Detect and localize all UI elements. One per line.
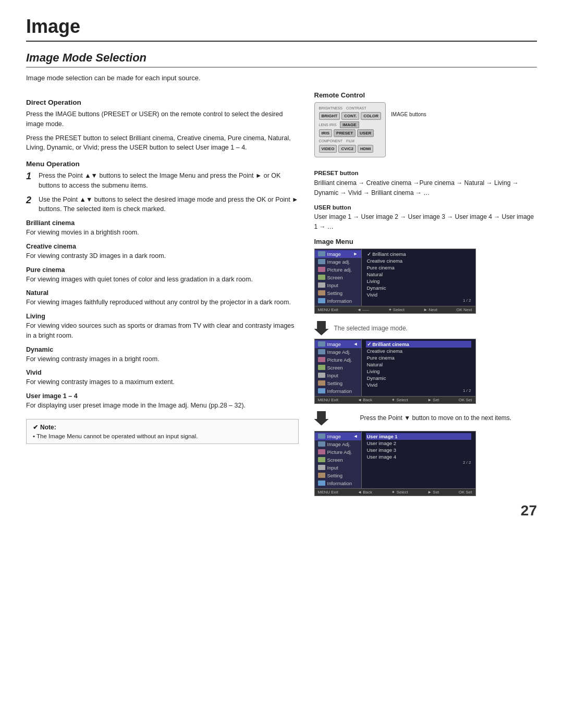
menu-3-ok: OK Set <box>459 490 472 495</box>
creative-cinema-label: Creative cinema <box>26 243 299 250</box>
remote-diagram: BRIGHTNESS CONTRAST BRIGHT CONT. COLOR L… <box>314 102 386 157</box>
menu-mockup-2: Image ◄ Image Adj. Picture Adj. <box>314 339 537 404</box>
page-title: Image <box>26 16 537 42</box>
menu-3-imageadj-item: Image Adj. <box>315 440 361 448</box>
pure-cinema-label: Pure cinema <box>26 266 299 274</box>
menu-3-input-item: Input <box>315 464 361 472</box>
menu-3-screen-item: Screen <box>315 456 361 464</box>
menu-2-body: Image ◄ Image Adj. Picture Adj. <box>315 339 475 396</box>
video-btn[interactable]: VIDEO <box>319 145 337 153</box>
left-column: Direct Operation Press the IMAGE buttons… <box>26 91 299 503</box>
menu-2-image-item: Image ◄ <box>315 340 361 348</box>
hdmi-btn[interactable]: HDMI <box>358 145 373 153</box>
preset-btn[interactable]: PRESET <box>334 129 356 137</box>
menu-2-living: Living <box>366 368 471 375</box>
user-btn[interactable]: USER <box>357 129 374 137</box>
bright-btn[interactable]: BRIGHT <box>319 112 340 120</box>
menu-2-bottom: MENU Exit ◄ Back ✦ Select ► Set OK Set <box>315 396 475 403</box>
menu-2-dynamic: Dynamic <box>366 375 471 381</box>
user-image-label: User image 1 – 4 <box>26 392 299 400</box>
menu-step-2: 2 Use the Point ▲▼ buttons to select the… <box>26 195 299 215</box>
menu-1-input-item: Input <box>315 281 361 289</box>
menu-3-user1: User image 1 <box>366 433 471 440</box>
menu-imageadj-icon <box>318 259 325 264</box>
vivid-label: Vivid <box>26 369 299 376</box>
menu-3-body: Image ◄ Image Adj. Picture Adj. <box>315 431 475 488</box>
note-box: Note: • The Image Menu cannot be operate… <box>26 419 299 444</box>
menu-2-left: Image ◄ Image Adj. Picture Adj. <box>315 339 362 396</box>
menu-pic-icon <box>318 267 325 272</box>
menu-1-brilliant: Brilliant cinema <box>366 251 471 257</box>
image-menu-label: Image Menu <box>314 238 537 245</box>
pure-cinema-desc: For viewing images with quiet tones of c… <box>26 275 299 285</box>
menu-1-bottom: MENU Exit ◄ ----- ✦ Select ► Next OK Nex… <box>315 306 475 313</box>
brilliant-cinema-desc: For viewing movies in a brightish room. <box>26 228 299 238</box>
menu-3-inf-icon <box>318 480 325 486</box>
menu-3-user2: User image 2 <box>366 440 471 447</box>
menu-2-screen-item: Screen <box>315 364 361 372</box>
menu-1-dynamic: Dynamic <box>366 285 471 291</box>
menu-3-left: Image ◄ Image Adj. Picture Adj. <box>315 431 362 488</box>
menu-operation-section: Menu Operation 1 Press the Point ▲▼ butt… <box>26 160 299 214</box>
menu-3-user4: User image 4 <box>366 453 471 460</box>
menu-1-body: Image ► Image adj. Picture adj. <box>315 249 475 306</box>
menu-1-creative: Creative cinema <box>366 257 471 264</box>
menu-2-page: 1 / 2 <box>366 388 471 393</box>
menu-3-imageadj-icon <box>318 441 325 447</box>
menu-2-right: Brilliant cinema Creative cinema Pure ci… <box>362 339 475 396</box>
press-point-text: Press the Point ▼ button to move on to t… <box>360 413 512 423</box>
menu-1-image-item: Image ► <box>315 250 361 258</box>
menu-2-pic-icon <box>318 357 325 362</box>
cvc2-btn[interactable]: CV/C2 <box>338 145 356 153</box>
arrow-shape-1 <box>314 321 329 336</box>
menu-1-natural: Natural <box>366 271 471 278</box>
living-desc: For viewing video sources such as sports… <box>26 321 299 341</box>
natural-label: Natural <box>26 289 299 297</box>
cont-btn[interactable]: CONT. <box>341 112 359 120</box>
menu-3-right: User image 1 User image 2 User image 3 U… <box>362 431 475 488</box>
iris-btn[interactable]: IRIS <box>319 129 333 137</box>
remote-control-title: Remote Control <box>314 91 537 99</box>
direct-operation-para2: Press the PRESET button to select Brilli… <box>26 133 299 153</box>
menu-1-imageadj-item: Image adj. <box>315 258 361 266</box>
menu-2-image-icon <box>318 341 325 347</box>
color-btn[interactable]: COLOR <box>361 112 381 120</box>
menu-3-pic-icon <box>318 449 325 454</box>
menu-2-pictureadj-item: Picture Adj. <box>315 356 361 364</box>
direct-operation-section: Direct Operation Press the IMAGE buttons… <box>26 98 299 153</box>
selected-mode-label: The selected image mode. <box>334 325 408 332</box>
menu-1-pure: Pure cinema <box>366 264 471 271</box>
preset-button-text: Brilliant cinema → Creative cinema →Pure… <box>314 178 537 198</box>
menu-3-image-item: Image ◄ <box>315 433 361 440</box>
living-label: Living <box>26 313 299 320</box>
image-modes-list: Brilliant cinema For viewing movies in a… <box>26 219 299 411</box>
preset-button-section: PRESET button Brilliant cinema → Creativ… <box>314 169 537 198</box>
menu-2-pure: Pure cinema <box>366 354 471 361</box>
menu-2-creative: Creative cinema <box>366 348 471 354</box>
section-title: Image Mode Selection <box>26 51 537 68</box>
user-button-label: USER button <box>314 203 537 212</box>
arrow-press-area: Press the Point ▼ button to move on to t… <box>314 411 537 426</box>
arrow-down-1: The selected image mode. <box>314 321 537 336</box>
menu-2-exit: MENU Exit <box>318 398 338 402</box>
arrow-shape-2 <box>314 411 329 426</box>
direct-operation-title: Direct Operation <box>26 98 299 106</box>
menu-2-setting-item: Setting <box>315 379 361 387</box>
image-buttons-label-area: IMAGE buttons <box>391 112 426 117</box>
menu-2-info-item: Information <box>315 387 361 395</box>
menu-2-vivid: Vivid <box>366 381 471 388</box>
remote-diagram-area: BRIGHTNESS CONTRAST BRIGHT CONT. COLOR L… <box>314 102 537 161</box>
note-text: • The Image Menu cannot be operated with… <box>33 433 292 439</box>
menu-3-image-icon <box>318 434 325 439</box>
menu-2-scr-icon <box>318 365 325 370</box>
menu-image-icon <box>318 251 325 256</box>
preset-button-label: PRESET button <box>314 169 537 178</box>
menu-ui-2: Image ◄ Image Adj. Picture Adj. <box>314 339 476 404</box>
menu-1-page: 1 / 2 <box>366 298 471 303</box>
menu-3-set-icon <box>318 473 325 478</box>
menu-3-pictureadj-item: Picture Adj. <box>315 448 361 456</box>
menu-1-living: Living <box>366 278 471 285</box>
page-number: 27 <box>521 502 537 519</box>
menu-inp-icon <box>318 282 325 288</box>
menu-3-page: 2 / 2 <box>366 460 471 465</box>
